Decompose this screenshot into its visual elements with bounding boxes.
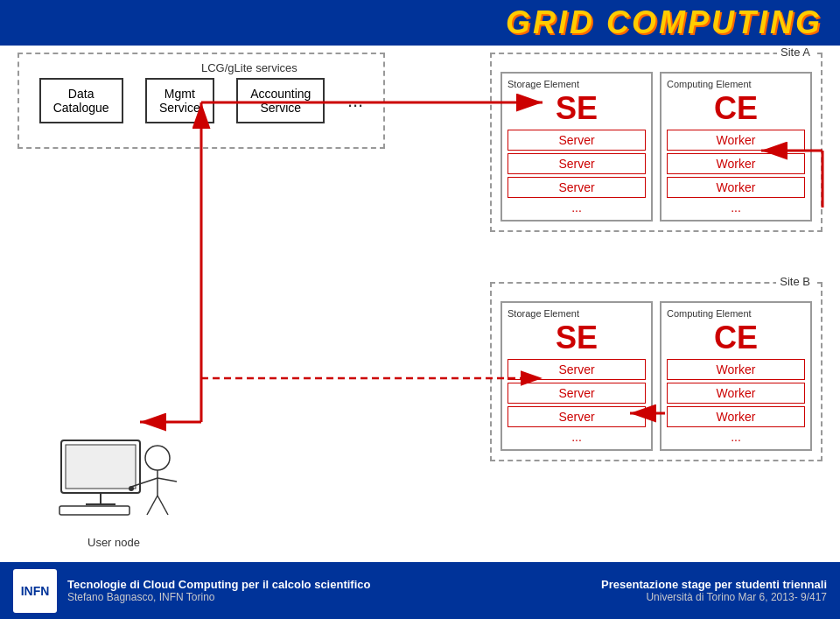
svg-line-9 bbox=[147, 496, 158, 515]
footer-text: Tecnologie di Cloud Computing per il cal… bbox=[67, 578, 370, 603]
site-a-worker-2: Worker bbox=[667, 153, 805, 174]
site-a-se-dots: ... bbox=[508, 200, 646, 215]
site-a-container: Site A Storage Element SE Server Server … bbox=[490, 53, 822, 232]
header: GRID COMPUTING bbox=[0, 0, 840, 46]
data-catalogue-service: Data Catalogue bbox=[39, 78, 123, 123]
footer-subtitle: Stefano Bagnasco, INFN Torino bbox=[67, 591, 370, 603]
footer: INFN Tecnologie di Cloud Computing per i… bbox=[0, 562, 840, 619]
user-node-illustration bbox=[35, 427, 192, 532]
footer-left: INFN Tecnologie di Cloud Computing per i… bbox=[13, 569, 370, 613]
svg-rect-1 bbox=[66, 445, 136, 489]
main-content: LCG/gLite services Data Catalogue Mgmt S… bbox=[0, 46, 840, 619]
accounting-service: Accounting Service bbox=[236, 78, 325, 123]
site-a-se-row-1: Server bbox=[508, 130, 646, 151]
site-a-ce-box: Computing Element CE Worker Worker Worke… bbox=[660, 72, 812, 222]
services-box: Data Catalogue Mgmt Service Accounting S… bbox=[18, 53, 385, 149]
site-b-se-title: SE bbox=[508, 322, 646, 354]
page-title: GRID COMPUTING bbox=[506, 4, 822, 41]
site-a-ce-title: CE bbox=[667, 93, 805, 124]
site-b-container: Site B Storage Element SE Server Server … bbox=[490, 282, 822, 461]
site-b-ce-title: CE bbox=[667, 322, 805, 354]
site-a-se-box: Storage Element SE Server Server Server … bbox=[500, 72, 653, 222]
site-b-worker-3: Worker bbox=[667, 406, 805, 427]
footer-main-title: Tecnologie di Cloud Computing per il cal… bbox=[67, 578, 370, 591]
footer-right: Presentazione stage per studenti trienna… bbox=[601, 578, 827, 603]
svg-rect-4 bbox=[60, 506, 130, 515]
site-b-worker-dots: ... bbox=[667, 430, 805, 444]
site-b-se-box: Storage Element SE Server Server Server … bbox=[500, 301, 653, 451]
site-b-computing-label: Computing Element bbox=[667, 308, 805, 319]
mgmt-service: Mgmt Service bbox=[145, 78, 214, 123]
services-dots: ... bbox=[347, 89, 363, 112]
user-node-label: User node bbox=[88, 536, 140, 549]
site-a-se-row-2: Server bbox=[508, 153, 646, 174]
site-a-worker-dots: ... bbox=[667, 200, 805, 215]
site-a-computing-label: Computing Element bbox=[667, 79, 805, 89]
site-a-worker-1: Worker bbox=[667, 130, 805, 151]
site-b-se-rows: Server Server Server ... bbox=[508, 359, 646, 444]
site-b-se-row-3: Server bbox=[508, 406, 646, 427]
site-b-label: Site B bbox=[776, 275, 814, 288]
footer-right-subtitle: Università di Torino Mar 6, 2013- 9/417 bbox=[601, 591, 827, 603]
site-b-inner: Storage Element SE Server Server Server … bbox=[500, 301, 812, 451]
site-b-worker-1: Worker bbox=[667, 359, 805, 380]
site-a-worker-3: Worker bbox=[667, 177, 805, 198]
site-a-ce-rows: Worker Worker Worker ... bbox=[667, 130, 805, 215]
site-b-se-row-2: Server bbox=[508, 383, 646, 404]
site-b-storage-label: Storage Element bbox=[508, 308, 646, 319]
site-a-se-rows: Server Server Server ... bbox=[508, 130, 646, 215]
site-a-se-row-3: Server bbox=[508, 177, 646, 198]
svg-line-10 bbox=[158, 496, 168, 515]
site-b-ce-box: Computing Element CE Worker Worker Worke… bbox=[660, 301, 812, 451]
user-node-area: User node bbox=[18, 427, 210, 549]
site-b-ce-rows: Worker Worker Worker ... bbox=[667, 359, 805, 444]
svg-point-5 bbox=[145, 446, 170, 470]
svg-line-8 bbox=[158, 478, 177, 482]
footer-right-title: Presentazione stage per studenti trienna… bbox=[601, 578, 827, 591]
site-a-label: Site A bbox=[777, 46, 814, 59]
site-b-se-row-1: Server bbox=[508, 359, 646, 380]
svg-point-11 bbox=[129, 486, 134, 491]
site-b-se-dots: ... bbox=[508, 430, 646, 444]
site-a-se-title: SE bbox=[508, 93, 646, 124]
infn-logo: INFN bbox=[13, 569, 57, 613]
site-b-worker-2: Worker bbox=[667, 383, 805, 404]
site-a-inner: Storage Element SE Server Server Server … bbox=[500, 72, 812, 222]
site-a-storage-label: Storage Element bbox=[508, 79, 646, 89]
